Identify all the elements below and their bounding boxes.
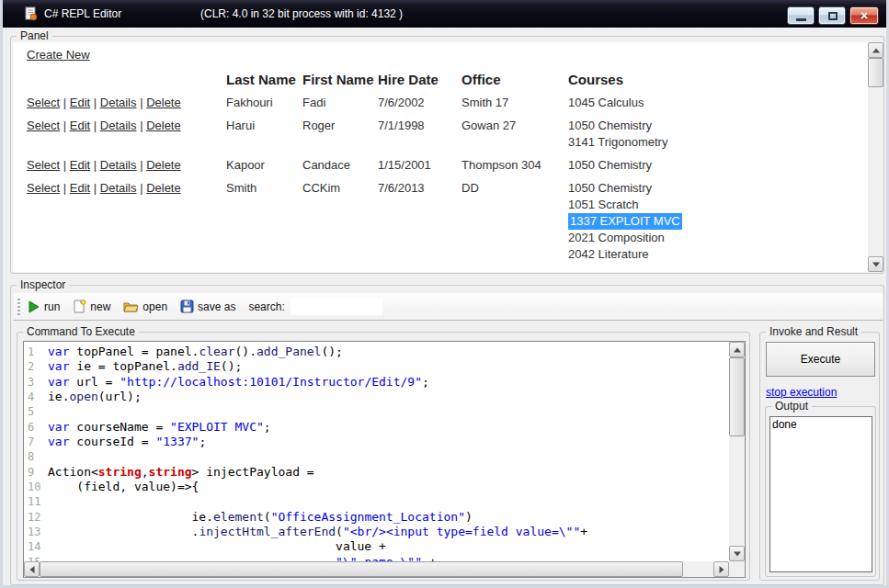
run-button[interactable]: run bbox=[28, 300, 60, 313]
browser-vertical-scrollbar[interactable] bbox=[868, 42, 883, 272]
courses-cell: 1050 Chemistry bbox=[568, 157, 844, 180]
code-line[interactable]: value + bbox=[48, 539, 729, 554]
code-line[interactable]: var courseId = "1337"; bbox=[48, 435, 729, 449]
line-number: 1 bbox=[24, 345, 48, 359]
new-button[interactable]: new bbox=[73, 300, 110, 313]
link-separator: | bbox=[60, 158, 70, 172]
hire-date-header: Hire Date bbox=[378, 72, 462, 95]
code-lines[interactable]: var topPanel = panel.clear().add_Panel()… bbox=[48, 342, 729, 561]
clr-process-info: (CLR: 4.0 in 32 bit process with id: 413… bbox=[200, 7, 403, 20]
search-input[interactable] bbox=[291, 298, 382, 315]
last-name-header: Last Name bbox=[226, 72, 302, 95]
select-link[interactable]: Select bbox=[27, 181, 60, 195]
maximize-button[interactable] bbox=[818, 6, 846, 25]
scroll-up-button[interactable] bbox=[729, 342, 745, 357]
select-link[interactable]: Select bbox=[27, 96, 60, 109]
course-item[interactable]: 1051 Scratch bbox=[568, 197, 844, 213]
row-actions: Select | Edit | Details | Delete bbox=[27, 157, 226, 180]
delete-link[interactable]: Delete bbox=[146, 158, 181, 172]
minimize-icon bbox=[796, 18, 806, 21]
code-line[interactable]: "\" name=\"" + bbox=[48, 555, 729, 561]
scroll-up-button[interactable] bbox=[868, 42, 883, 58]
link-separator: | bbox=[137, 181, 147, 195]
stop-execution-link[interactable]: stop execution bbox=[766, 386, 837, 399]
code-line[interactable]: var url = "http://localhost:10101/Instru… bbox=[48, 375, 729, 390]
instructor-rows: Select | Edit | Details | DeleteFakhouri… bbox=[27, 95, 844, 269]
code-line[interactable] bbox=[48, 449, 729, 464]
course-item[interactable]: 2042 Literature bbox=[568, 246, 844, 263]
course-item[interactable]: 1050 Chemistry bbox=[568, 180, 844, 197]
output-groupbox-label: Output bbox=[771, 400, 812, 413]
save-as-button[interactable]: save as bbox=[180, 300, 235, 313]
open-button[interactable]: open bbox=[123, 300, 167, 313]
edit-link[interactable]: Edit bbox=[70, 181, 90, 195]
select-link[interactable]: Select bbox=[27, 158, 60, 172]
line-number: 2 bbox=[24, 359, 48, 374]
scroll-left-button[interactable] bbox=[24, 561, 40, 577]
code-line[interactable]: ie.element("OfficeAssignment_Location") bbox=[48, 510, 729, 525]
code-line[interactable]: .injectHtml_afterEnd("<br/><input type=f… bbox=[48, 525, 729, 539]
first-name-cell: Fadi bbox=[302, 95, 378, 118]
editor-vertical-scrollbar[interactable] bbox=[729, 342, 745, 561]
line-number: 10 bbox=[24, 480, 48, 494]
link-separator: | bbox=[60, 181, 70, 195]
scroll-right-button[interactable] bbox=[713, 561, 729, 577]
details-link[interactable]: Details bbox=[100, 119, 137, 132]
inspector-toolbar: run new open bbox=[14, 293, 883, 321]
details-link[interactable]: Details bbox=[100, 96, 137, 109]
delete-link[interactable]: Delete bbox=[146, 96, 181, 109]
course-item[interactable]: 1050 Chemistry bbox=[568, 157, 844, 174]
table-row: Select | Edit | Details | DeleteKapoorCa… bbox=[27, 157, 844, 180]
code-line[interactable]: ie.open(url); bbox=[48, 390, 729, 404]
code-line[interactable]: var topPanel = panel.clear().add_Panel()… bbox=[48, 345, 729, 359]
courses-cell: 1050 Chemistry3141 Trigonometry bbox=[568, 118, 844, 157]
delete-link[interactable]: Delete bbox=[146, 181, 181, 195]
edit-link[interactable]: Edit bbox=[70, 96, 90, 109]
code-line[interactable]: var courseName = "EXPLOIT MVC"; bbox=[48, 420, 729, 435]
output-textbox[interactable]: done bbox=[769, 416, 872, 572]
scroll-down-icon bbox=[734, 551, 741, 556]
browser-scrollbar-thumb[interactable] bbox=[868, 58, 883, 87]
select-link[interactable]: Select bbox=[27, 119, 60, 132]
code-editor[interactable]: 12345678910111213141516 var topPanel = p… bbox=[23, 341, 746, 578]
row-actions: Select | Edit | Details | Delete bbox=[27, 180, 226, 269]
minimize-button[interactable] bbox=[787, 6, 815, 25]
details-link[interactable]: Details bbox=[100, 181, 137, 195]
editor-vscroll-thumb[interactable] bbox=[729, 357, 745, 436]
course-item[interactable]: 1045 Calculus bbox=[568, 95, 844, 111]
line-number: 12 bbox=[24, 510, 48, 525]
new-label: new bbox=[90, 300, 110, 313]
link-separator: | bbox=[90, 158, 100, 172]
editor-horizontal-scrollbar[interactable] bbox=[24, 561, 729, 577]
editor-hscroll-thumb[interactable] bbox=[40, 561, 683, 577]
output-groupbox: Output done bbox=[765, 406, 876, 577]
invoke-groupbox: Invoke and Result Execute stop execution… bbox=[759, 332, 880, 581]
course-item[interactable]: 2021 Composition bbox=[568, 230, 844, 246]
course-item[interactable]: 1050 Chemistry bbox=[568, 118, 844, 134]
create-new-link[interactable]: Create New bbox=[27, 48, 90, 62]
last-name-cell: Kapoor bbox=[226, 157, 302, 180]
execute-button[interactable]: Execute bbox=[766, 342, 875, 377]
delete-link[interactable]: Delete bbox=[146, 119, 181, 132]
toolbar-grip[interactable] bbox=[17, 299, 20, 315]
code-line[interactable]: Action<string,string> injectPayload = bbox=[48, 465, 729, 480]
edit-link[interactable]: Edit bbox=[70, 158, 90, 172]
scroll-down-button[interactable] bbox=[868, 256, 883, 272]
maximize-icon bbox=[828, 12, 838, 20]
link-separator: | bbox=[60, 96, 70, 109]
code-line[interactable]: (field, value)=>{ bbox=[48, 480, 729, 494]
course-item-selected[interactable]: 1337 EXPLOIT MVC bbox=[568, 213, 682, 230]
edit-link[interactable]: Edit bbox=[70, 119, 90, 132]
line-number: 8 bbox=[24, 449, 48, 464]
line-number: 6 bbox=[24, 420, 48, 435]
course-item[interactable]: 3141 Trigonometry bbox=[568, 134, 844, 151]
code-line[interactable]: var ie = topPanel.add_IE(); bbox=[48, 359, 729, 374]
scroll-down-icon bbox=[872, 262, 880, 266]
actions-header bbox=[27, 72, 226, 95]
close-button[interactable]: × bbox=[849, 6, 879, 25]
code-line[interactable] bbox=[48, 404, 729, 419]
scroll-down-button[interactable] bbox=[729, 546, 745, 561]
code-line[interactable] bbox=[48, 494, 729, 509]
details-link[interactable]: Details bbox=[100, 158, 137, 172]
courses-header: Courses bbox=[568, 72, 844, 95]
